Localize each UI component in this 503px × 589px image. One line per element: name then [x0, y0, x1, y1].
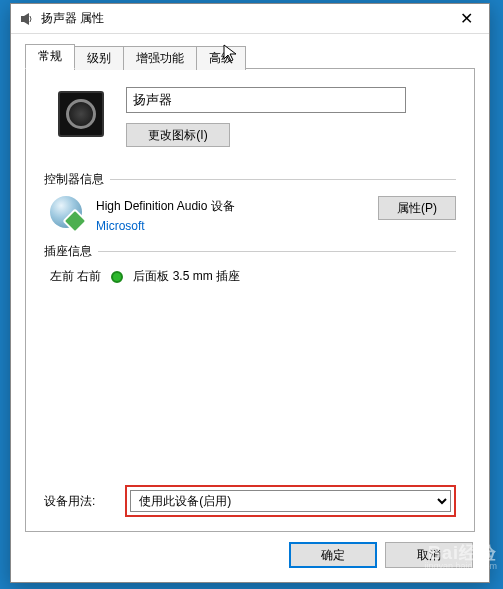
change-icon-button[interactable]: 更改图标(I)	[126, 123, 230, 147]
titlebar[interactable]: 扬声器 属性 ✕	[11, 4, 489, 34]
controller-icon	[50, 196, 82, 228]
jack-channels: 左前 右前	[50, 268, 101, 285]
tab-levels[interactable]: 级别	[74, 46, 124, 70]
controller-properties-button[interactable]: 属性(P)	[378, 196, 456, 220]
svg-rect-0	[21, 16, 24, 22]
divider	[110, 179, 456, 180]
highlight-box: 使用此设备(启用)	[125, 485, 456, 517]
device-usage-select[interactable]: 使用此设备(启用)	[130, 490, 451, 512]
device-name-input[interactable]	[126, 87, 406, 113]
tab-general[interactable]: 常规	[25, 44, 75, 69]
speaker-properties-dialog: 扬声器 属性 ✕ 常规 级别 增强功能 高级 更改图标(I) 控制器信息	[10, 3, 490, 583]
controller-manufacturer-link[interactable]: Microsoft	[96, 219, 364, 233]
controller-info-section: 控制器信息 High Definition Audio 设备 Microsoft…	[44, 171, 456, 233]
close-button[interactable]: ✕	[444, 4, 489, 34]
divider	[98, 251, 456, 252]
device-usage-label: 设备用法:	[44, 493, 95, 510]
tabstrip: 常规 级别 增强功能 高级	[25, 44, 475, 68]
tab-enhancements[interactable]: 增强功能	[123, 46, 197, 70]
dialog-footer: 确定 取消	[11, 532, 489, 582]
close-icon: ✕	[460, 9, 473, 28]
jack-description: 后面板 3.5 mm 插座	[133, 268, 240, 285]
speaker-icon	[19, 11, 35, 27]
controller-device-name: High Definition Audio 设备	[96, 198, 364, 215]
cancel-button[interactable]: 取消	[385, 542, 473, 568]
tabpanel-general: 更改图标(I) 控制器信息 High Definition Audio 设备 M…	[25, 68, 475, 532]
jack-info-section: 插座信息 左前 右前 后面板 3.5 mm 插座	[44, 243, 456, 285]
svg-marker-1	[24, 13, 29, 25]
device-large-icon	[58, 91, 104, 137]
window-title: 扬声器 属性	[41, 10, 444, 27]
ok-button[interactable]: 确定	[289, 542, 377, 568]
tab-advanced[interactable]: 高级	[196, 46, 246, 70]
device-usage-row: 设备用法: 使用此设备(启用)	[44, 485, 456, 517]
jack-section-title: 插座信息	[44, 243, 92, 260]
jack-color-indicator	[111, 271, 123, 283]
controller-section-title: 控制器信息	[44, 171, 104, 188]
